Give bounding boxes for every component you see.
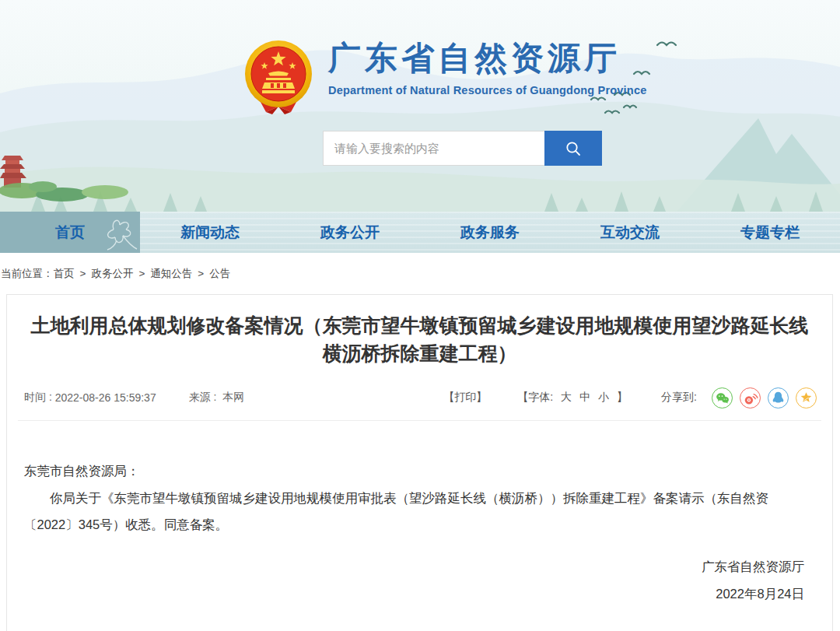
magnolia-flower-icon bbox=[93, 212, 138, 251]
nav-item-label: 首页 bbox=[55, 224, 85, 240]
share-bar: 分享到: bbox=[661, 387, 817, 408]
nav-item-gov-services[interactable]: 政务服务 bbox=[420, 212, 560, 253]
breadcrumb-separator: > bbox=[198, 268, 204, 279]
breadcrumb-separator: > bbox=[138, 268, 145, 279]
nav-item-label: 新闻动态 bbox=[180, 224, 240, 240]
share-wechat-icon[interactable] bbox=[712, 387, 733, 408]
salutation: 东莞市自然资源局： bbox=[24, 458, 815, 485]
national-emblem-logo bbox=[243, 39, 314, 115]
meta-right: 【打印】 【字体: 大 中 小 】 分享到: bbox=[443, 387, 821, 408]
body-paragraph: 你局关于《东莞市望牛墩镇预留城乡建设用地规模使用审批表（望沙路延长线（横沥桥））… bbox=[24, 486, 815, 538]
nav-item-label: 互动交流 bbox=[600, 224, 660, 240]
search-input[interactable] bbox=[323, 131, 544, 166]
meta-left: 时间 : 2022-08-26 15:59:37 来源 : 本网 bbox=[18, 391, 244, 405]
search-button[interactable] bbox=[544, 131, 602, 166]
font-size-control: 【字体: 大 中 小 】 bbox=[513, 391, 632, 405]
site-search bbox=[323, 131, 602, 166]
font-size-small-button[interactable]: 小 bbox=[598, 391, 609, 405]
signature-date: 2022年8月24日 bbox=[7, 586, 804, 603]
print-button[interactable]: 【打印】 bbox=[443, 391, 487, 405]
site-title: 广东省自然资源厅 bbox=[328, 40, 646, 76]
breadcrumb-gov-info[interactable]: 政务公开 bbox=[91, 267, 133, 281]
search-icon bbox=[564, 139, 583, 158]
nav-item-label: 专题专栏 bbox=[740, 224, 800, 240]
font-size-large-button[interactable]: 大 bbox=[561, 391, 572, 405]
share-weibo-icon[interactable] bbox=[740, 387, 761, 408]
nav-item-special-topics[interactable]: 专题专栏 bbox=[700, 212, 840, 253]
signature-block: 广东省自然资源厅 2022年8月24日 bbox=[7, 559, 804, 603]
breadcrumb-separator: > bbox=[80, 268, 86, 279]
nav-item-label: 政务服务 bbox=[460, 224, 520, 240]
main-nav: 首页 新闻动态 政务公开 政务服务 互动交流 专题专栏 bbox=[0, 212, 840, 253]
nav-item-gov-info[interactable]: 政务公开 bbox=[280, 212, 420, 253]
article-meta-bar: 时间 : 2022-08-26 15:59:37 来源 : 本网 【打印】 【字… bbox=[18, 387, 821, 421]
breadcrumb: 当前位置： 首页 > 政务公开 > 通知公告 > 公告 bbox=[0, 253, 840, 294]
site-header: 广东省自然资源厅 Department of Natural Resources… bbox=[0, 0, 840, 212]
source-value: 本网 bbox=[222, 391, 244, 403]
breadcrumb-home[interactable]: 首页 bbox=[54, 267, 75, 281]
site-title-english: Department of Natural Resources of Guang… bbox=[328, 84, 646, 96]
nav-item-interaction[interactable]: 互动交流 bbox=[560, 212, 700, 253]
breadcrumb-notices[interactable]: 通知公告 bbox=[150, 267, 192, 281]
signature-org: 广东省自然资源厅 bbox=[7, 559, 804, 576]
time-value: 2022-08-26 15:59:37 bbox=[55, 391, 156, 404]
font-size-suffix: 】 bbox=[617, 391, 628, 405]
share-qq-icon[interactable] bbox=[768, 387, 789, 408]
time-label: 时间 : bbox=[24, 391, 52, 405]
nav-item-home[interactable]: 首页 bbox=[0, 212, 140, 253]
nav-item-label: 政务公开 bbox=[320, 224, 380, 240]
font-size-prefix: 【字体: bbox=[517, 391, 553, 405]
site-brand: 广东省自然资源厅 Department of Natural Resources… bbox=[243, 39, 646, 115]
source-label: 来源 : bbox=[189, 391, 217, 403]
nav-item-news[interactable]: 新闻动态 bbox=[140, 212, 280, 253]
breadcrumb-announcement[interactable]: 公告 bbox=[209, 267, 230, 281]
article-title: 土地利用总体规划修改备案情况（东莞市望牛墩镇预留城乡建设用地规模使用望沙路延长线… bbox=[31, 311, 809, 368]
share-label: 分享到: bbox=[661, 391, 697, 405]
share-qzone-icon[interactable] bbox=[796, 387, 817, 408]
article-card: 土地利用总体规划修改备案情况（东莞市望牛墩镇预留城乡建设用地规模使用望沙路延长线… bbox=[6, 294, 833, 631]
font-size-medium-button[interactable]: 中 bbox=[579, 391, 590, 405]
breadcrumb-label: 当前位置： bbox=[1, 267, 54, 281]
article-body: 东莞市自然资源局： 你局关于《东莞市望牛墩镇预留城乡建设用地规模使用审批表（望沙… bbox=[24, 458, 815, 538]
